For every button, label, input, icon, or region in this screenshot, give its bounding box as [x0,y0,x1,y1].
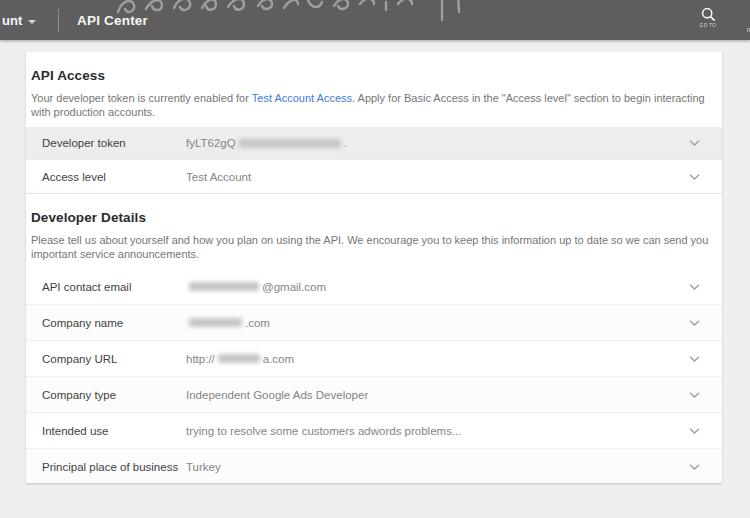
account-menu-button[interactable]: unt [2,13,36,28]
row-value: Turkey [186,461,221,473]
chevron-down-icon[interactable] [689,284,700,290]
account-menu-label: unt [2,13,22,28]
chevron-down-icon[interactable] [689,174,700,180]
row-value-text: . [344,137,347,149]
redacted-scribble [112,0,472,22]
table-row[interactable]: Principal place of businessTurkey [26,449,722,483]
chevron-down-icon[interactable] [689,428,700,434]
row-value-text: trying to resolve some customers adwords… [186,425,461,437]
table-row[interactable]: Developer tokenfyLT62gQ. [26,127,722,160]
row-value-text: Independent Google Ads Developer [186,389,368,401]
row-value-text: @gmail.com [262,281,326,293]
redacted-value-blur [189,282,259,291]
table-row[interactable]: Company name.com [26,305,722,341]
page-title: API Center [77,13,148,28]
row-value: Test Account [186,171,251,183]
caret-down-icon [28,20,36,24]
api-center-page: { "header": { "account_menu_label": "unt… [0,0,750,518]
test-account-access-link[interactable]: Test Account Access [252,92,352,104]
row-value: Independent Google Ads Developer [186,389,368,401]
row-value: .com [186,317,270,329]
row-value: fyLT62gQ. [186,137,347,149]
row-label: Access level [42,171,186,183]
row-label: Developer token [42,137,186,149]
desc-before-link: Your developer token is currently enable… [31,92,252,104]
chevron-down-icon[interactable] [689,464,700,470]
row-value: @gmail.com [186,281,326,293]
chevron-down-icon[interactable] [689,140,700,146]
api-access-description: Your developer token is currently enable… [31,91,714,119]
chevron-down-icon[interactable] [689,320,700,326]
row-value-text: Turkey [186,461,221,473]
row-label: API contact email [42,281,186,293]
row-label: Principal place of business [42,461,186,473]
chevron-down-icon[interactable] [689,392,700,398]
row-label: Company URL [42,353,186,365]
redacted-value-blur [239,139,341,148]
content-card: API Access Your developer token is curre… [26,52,722,483]
developer-details-description: Please tell us about yourself and how yo… [31,233,714,261]
search-button[interactable]: GO TO [690,7,726,32]
table-row[interactable]: API contact email@gmail.com [26,269,722,305]
api-access-heading: API Access [31,68,716,83]
row-value: http://a.com [186,353,294,365]
top-app-bar: unt API Center GO TO R [0,0,750,40]
row-value: trying to resolve some customers adwords… [186,425,461,437]
row-value-text: .com [245,317,270,329]
row-value-text: Test Account [186,171,251,183]
search-go-to-label: GO TO [697,23,719,28]
appbar-divider [58,9,59,32]
table-row[interactable]: Company typeIndependent Google Ads Devel… [26,377,722,413]
row-label: Intended use [42,425,186,437]
table-row[interactable]: Intended usetrying to resolve some custo… [26,413,722,449]
developer-details-heading: Developer Details [31,210,716,225]
table-row[interactable]: Access levelTest Account [26,160,722,193]
search-icon [701,7,716,22]
row-value-text: a.com [263,353,294,365]
api-access-table: Developer tokenfyLT62gQ.Access levelTest… [26,127,722,194]
redacted-value-blur [189,318,242,327]
row-label: Company name [42,317,186,329]
row-value-text: http:// [186,353,215,365]
developer-details-table: API contact email@gmail.comCompany name.… [26,269,722,483]
row-value-text: fyLT62gQ [186,137,236,149]
redacted-value-blur [218,354,260,363]
table-row[interactable]: Company URLhttp://a.com [26,341,722,377]
chevron-down-icon[interactable] [689,356,700,362]
row-label: Company type [42,389,186,401]
